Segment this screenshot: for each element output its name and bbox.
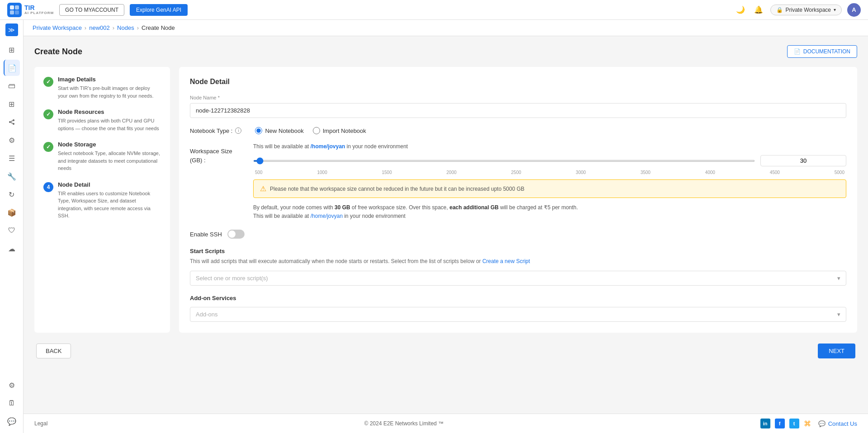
workspace-size-row: Workspace Size(GB) : This will be availa…: [190, 143, 846, 221]
import-notebook-option[interactable]: Import Notebook: [313, 127, 366, 134]
footer-legal[interactable]: Legal: [34, 420, 47, 427]
breadcrumb-sep-1: ›: [85, 24, 86, 31]
notebook-type-info-icon[interactable]: i: [235, 127, 241, 134]
doc-icon: 📄: [794, 48, 801, 55]
sidebar-item-package[interactable]: 📦: [4, 204, 20, 221]
twitter-icon[interactable]: t: [789, 419, 799, 428]
warning-text: Please note that the workspace size cann…: [270, 186, 524, 192]
breadcrumb-current: Create Node: [142, 24, 175, 31]
breadcrumb-workspace[interactable]: Private Workspace: [33, 24, 82, 31]
sidebar-item-grid2[interactable]: ⊞: [4, 96, 20, 112]
notebook-type-group: Notebook Type : i New Notebook Import No…: [190, 127, 846, 134]
sidebar-item-shield[interactable]: 🛡: [4, 222, 20, 239]
page: Create Node 📄 DOCUMENTATION ✓ Image Deta…: [24, 36, 868, 414]
sidebar-item-list[interactable]: ☰: [4, 150, 20, 166]
sidebar-item-link[interactable]: [4, 114, 20, 130]
doc-label: DOCUMENTATION: [803, 48, 850, 55]
sidebar-toggle[interactable]: ≫: [5, 24, 18, 36]
layout: ≫ ⊞ 📄 🗃 ⊞ ⚙ ☰ 🔧 ↻ 📦 🛡 ☁ ⚙ 🗓 💬 Private Wo…: [0, 20, 868, 433]
node-name-label: Node Name *: [190, 95, 846, 100]
scripts-select[interactable]: Select one or more script(s) ▾: [190, 271, 846, 286]
enable-ssh-label: Enable SSH: [190, 231, 222, 238]
dark-mode-button[interactable]: 🌙: [734, 4, 747, 16]
import-notebook-label: Import Notebook: [323, 127, 366, 134]
rss-icon[interactable]: ⌘: [804, 419, 811, 428]
svg-line-8: [11, 122, 13, 123]
sidebar-item-hub[interactable]: ⚙: [4, 132, 20, 148]
logo-subtitle: AI PLATFORM: [24, 11, 54, 15]
breadcrumb-nodes[interactable]: Nodes: [117, 24, 134, 31]
workspace-selector[interactable]: 🔒 Private Workspace ▾: [770, 5, 842, 15]
breadcrumb-sep-3: ›: [137, 24, 139, 31]
warning-icon: ⚠: [260, 184, 266, 193]
sidebar-item-dataset[interactable]: 🗃: [4, 78, 20, 94]
back-button[interactable]: BACK: [36, 344, 71, 358]
sidebar-item-document[interactable]: 📄: [4, 60, 20, 76]
facebook-icon[interactable]: f: [775, 419, 785, 428]
step-node-detail: 4 Node Detail TIR enables users to custo…: [43, 181, 161, 220]
workspace-slider[interactable]: [253, 160, 755, 162]
workspace-name: Private Workspace: [786, 7, 831, 13]
avatar: A: [847, 3, 861, 17]
footer-social: in f t ⌘: [760, 419, 811, 428]
workspace-size-label: Workspace Size(GB) :: [190, 147, 244, 165]
sidebar-item-chat[interactable]: 💬: [4, 413, 20, 429]
step-icon-image: ✓: [43, 77, 53, 87]
header: TIR AI PLATFORM GO TO MYACCOUNT Explore …: [0, 0, 868, 20]
import-notebook-radio[interactable]: [313, 127, 320, 134]
footer-copyright: © 2024 E2E Networks Limited ™: [47, 420, 760, 427]
new-notebook-label: New Notebook: [265, 127, 303, 134]
workspace-warning: ⚠ Please note that the workspace size ca…: [253, 179, 846, 198]
logo-text: TIR: [24, 5, 54, 11]
breadcrumb-project[interactable]: new002: [89, 24, 110, 31]
linkedin-icon[interactable]: in: [760, 419, 770, 428]
breadcrumb-sep-2: ›: [113, 24, 114, 31]
sidebar-item-calendar[interactable]: 🗓: [4, 395, 20, 411]
sidebar-item-tools[interactable]: 🔧: [4, 168, 20, 184]
step-image-details: ✓ Image Details Start with TIR's pre-bui…: [43, 76, 161, 99]
workspace-value-input[interactable]: [760, 155, 846, 166]
scripts-arrow-icon: ▾: [837, 275, 840, 282]
content-area: ✓ Image Details Start with TIR's pre-bui…: [34, 67, 857, 333]
step-desc-resources: TIR provides plans with both CPU and GPU…: [58, 117, 161, 132]
new-notebook-radio[interactable]: [255, 127, 262, 134]
svg-point-4: [9, 121, 11, 123]
explore-genai-button[interactable]: Explore GenAI API: [130, 4, 188, 16]
node-name-input[interactable]: [190, 103, 846, 118]
addon-select[interactable]: Add-ons ▾: [190, 307, 846, 322]
step-title-storage: Node Storage: [58, 141, 161, 148]
start-scripts-desc: This will add scripts that will execute …: [190, 257, 846, 265]
workspace-available-text: This will be available at /home/jovyan i…: [253, 143, 846, 150]
workspace-size-controls: This will be available at /home/jovyan i…: [253, 143, 846, 221]
new-notebook-option[interactable]: New Notebook: [255, 127, 303, 134]
svg-line-7: [11, 121, 13, 122]
step-title-image: Image Details: [58, 76, 161, 83]
go-to-myaccount-button[interactable]: GO TO MYACCOUNT: [59, 4, 124, 16]
addon-title: Add-on Services: [190, 295, 846, 301]
svg-rect-2: [10, 10, 14, 14]
step-icon-resources: ✓: [43, 109, 53, 119]
sidebar-item-settings[interactable]: ⚙: [4, 377, 20, 393]
ssh-toggle[interactable]: [227, 230, 245, 239]
step-desc-detail: TIR enables users to customize Notebook …: [58, 190, 161, 220]
sidebar: ≫ ⊞ 📄 🗃 ⊞ ⚙ ☰ 🔧 ↻ 📦 🛡 ☁ ⚙ 🗓 💬: [0, 20, 24, 433]
notification-button[interactable]: 🔔: [752, 4, 765, 16]
create-new-script-link[interactable]: Create a new Script: [482, 258, 530, 264]
nav-buttons: BACK NEXT: [34, 344, 857, 358]
notebook-type-label: Notebook Type : i: [190, 127, 241, 134]
contact-us-link[interactable]: 💬 Contact Us: [818, 420, 857, 427]
header-right: 🌙 🔔 🔒 Private Workspace ▾ A: [734, 3, 861, 17]
documentation-button[interactable]: 📄 DOCUMENTATION: [787, 45, 857, 58]
sidebar-item-cloud[interactable]: ☁: [4, 240, 20, 257]
main-content: Private Workspace › new002 › Nodes › Cre…: [24, 20, 868, 433]
sidebar-item-refresh[interactable]: ↻: [4, 186, 20, 202]
start-scripts-section: Start Scripts This will add scripts that…: [190, 248, 846, 286]
logo: TIR AI PLATFORM: [7, 3, 54, 17]
contact-icon: 💬: [818, 420, 826, 427]
next-button[interactable]: NEXT: [818, 344, 855, 358]
step-desc-image: Start with TIR's pre-built images or dep…: [58, 85, 161, 99]
step-node-resources: ✓ Node Resources TIR provides plans with…: [43, 108, 161, 132]
step-title-resources: Node Resources: [58, 108, 161, 115]
slider-ticks: 500 1000 1500 2000 2500 3000 3500 4000 4…: [253, 170, 846, 175]
sidebar-item-grid[interactable]: ⊞: [4, 42, 20, 58]
